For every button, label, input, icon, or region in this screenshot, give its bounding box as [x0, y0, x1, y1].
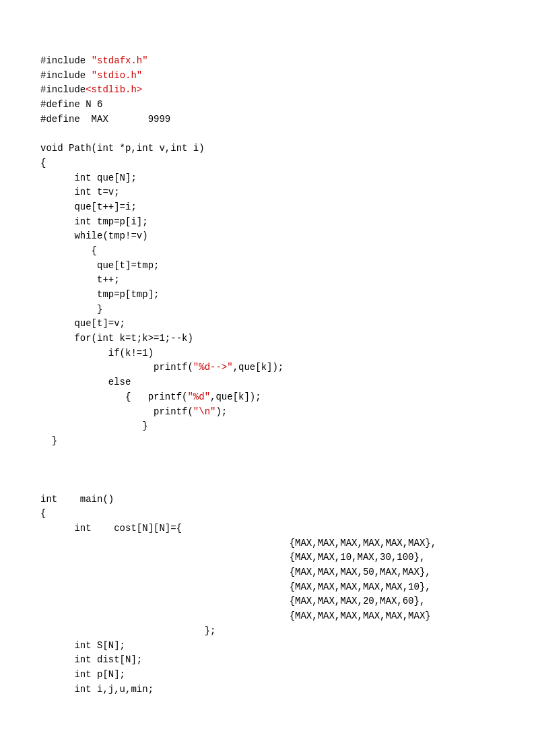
code-line: {MAX,MAX,MAX,MAX,MAX,10}, [40, 580, 494, 595]
code-token: {MAX,MAX,MAX,MAX,MAX,MAX}, [40, 538, 436, 548]
code-line: for(int k=t;k>=1;--k) [40, 332, 494, 346]
code-token: {MAX,MAX,MAX,50,MAX,MAX}, [40, 567, 431, 577]
code-line: printf("%d-->",que[k]); [40, 360, 494, 375]
code-token: { printf( [40, 391, 187, 402]
code-line: { printf("%d",que[k]); [40, 390, 494, 405]
code-token: int t=v; [40, 187, 120, 197]
code-line: if(k!=1) [40, 346, 494, 361]
code-token: tmp=p[tmp]; [40, 289, 159, 300]
code-token: "stdafx.h" [92, 55, 148, 66]
code-token: {MAX,MAX,MAX,MAX,MAX,MAX} [40, 610, 431, 621]
code-line: int que[N]; [40, 171, 494, 186]
code-line: { [40, 507, 494, 522]
code-line: {MAX,MAX,MAX,MAX,MAX,MAX} [40, 609, 494, 624]
code-token: {MAX,MAX,MAX,20,MAX,60}, [40, 596, 425, 606]
code-token: ,que[k]); [233, 362, 284, 373]
code-token: int i,j,u,min; [40, 684, 154, 695]
code-token: "%d" [187, 391, 210, 402]
code-line: } [40, 419, 494, 434]
code-token: "\n" [193, 406, 216, 417]
code-token: <stdlib.h> [86, 84, 142, 95]
code-token: int dist[N]; [40, 654, 142, 665]
code-line [40, 478, 494, 493]
code-token: {MAX,MAX,10,MAX,30,100}, [40, 552, 425, 563]
code-line: tmp=p[tmp]; [40, 288, 494, 303]
code-token: "stdio.h" [92, 70, 143, 81]
code-token: printf( [40, 362, 193, 373]
code-token: #include [40, 84, 86, 95]
code-token: int cost[N][N]={ [40, 523, 182, 534]
code-line: #include<stdlib.h> [40, 83, 494, 98]
code-token: else [40, 377, 131, 387]
code-line: #define N 6 [40, 98, 494, 113]
code-line: que[t]=tmp; [40, 259, 494, 274]
code-token: } [40, 420, 148, 431]
code-token: while(tmp!=v) [40, 230, 148, 241]
code-line: #define MAX 9999 [40, 113, 494, 127]
code-token: for(int k=t;k>=1;--k) [40, 333, 193, 344]
code-token: t++; [40, 274, 120, 285]
code-line [40, 127, 494, 141]
code-token: #include [40, 55, 92, 66]
code-line: int tmp=p[i]; [40, 215, 494, 230]
code-line: while(tmp!=v) [40, 229, 494, 244]
code-token: ,que[k]); [210, 391, 261, 402]
code-token: void Path(int *p,int v,int i) [40, 143, 205, 154]
code-line: } [40, 434, 494, 449]
code-line: int dist[N]; [40, 653, 494, 668]
code-line: int main() [40, 493, 494, 507]
code-line: {MAX,MAX,MAX,MAX,MAX,MAX}, [40, 536, 494, 551]
code-token: ); [215, 406, 227, 417]
code-token: "%d-->" [193, 362, 233, 373]
code-line: que[t]=v; [40, 317, 494, 332]
code-line: int S[N]; [40, 639, 494, 654]
code-token: int que[N]; [40, 172, 137, 183]
code-line: int t=v; [40, 185, 494, 200]
code-token: printf( [40, 406, 193, 417]
code-line: {MAX,MAX,MAX,50,MAX,MAX}, [40, 565, 494, 580]
code-line: #include "stdio.h" [40, 69, 494, 84]
code-line: int cost[N][N]={ [40, 522, 494, 536]
code-line: {MAX,MAX,10,MAX,30,100}, [40, 550, 494, 565]
code-line: printf("\n"); [40, 405, 494, 420]
code-token: } [40, 304, 102, 315]
code-line: { [40, 244, 494, 259]
code-token: int main() [40, 494, 114, 505]
code-token: #define MAX 9999 [40, 114, 170, 125]
code-token: int tmp=p[i]; [40, 216, 148, 227]
code-line: int p[N]; [40, 668, 494, 683]
code-line [40, 463, 494, 478]
code-line: { [40, 156, 494, 171]
code-token: { [40, 158, 46, 168]
code-line: void Path(int *p,int v,int i) [40, 141, 494, 156]
code-token: #define N 6 [40, 99, 102, 110]
code-token: if(k!=1) [40, 348, 154, 358]
code-line: }; [40, 624, 494, 639]
code-token: int p[N]; [40, 669, 125, 680]
code-token: {MAX,MAX,MAX,MAX,MAX,10}, [40, 581, 431, 592]
code-token: int S[N]; [40, 640, 125, 651]
code-token: { [40, 508, 46, 519]
code-token: { [40, 245, 97, 256]
code-line: que[t++]=i; [40, 200, 494, 215]
code-line: t++; [40, 273, 494, 288]
code-line: #include "stdafx.h" [40, 54, 494, 69]
code-token: } [40, 435, 57, 446]
code-line: {MAX,MAX,MAX,20,MAX,60}, [40, 594, 494, 609]
code-token: que[t]=v; [40, 318, 125, 329]
code-token: que[t++]=i; [40, 201, 137, 212]
code-line: } [40, 303, 494, 317]
code-token: #include [40, 70, 92, 81]
code-token: que[t]=tmp; [40, 260, 159, 271]
code-container: #include "stdafx.h"#include "stdio.h"#in… [40, 54, 494, 697]
code-token: }; [40, 625, 215, 636]
code-line [40, 449, 494, 464]
code-line: int i,j,u,min; [40, 683, 494, 697]
code-line: else [40, 375, 494, 390]
